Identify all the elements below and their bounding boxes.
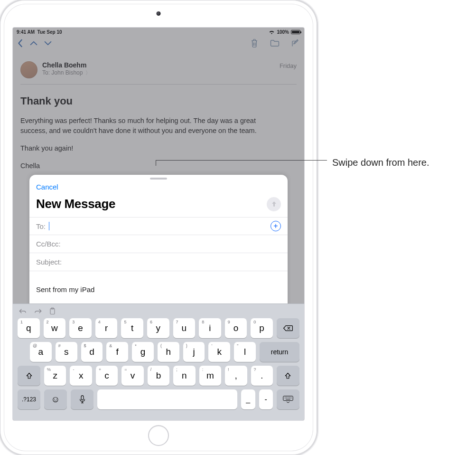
compose-title: New Message xyxy=(36,197,115,211)
key-d[interactable]: $d xyxy=(81,342,103,362)
key-y[interactable]: 6y xyxy=(147,318,169,338)
microphone-icon xyxy=(79,395,85,404)
wifi-icon xyxy=(269,29,275,34)
key-h[interactable]: (h xyxy=(158,342,179,362)
keyboard-dismiss-icon xyxy=(283,396,293,403)
compose-signature: Sent from my iPad xyxy=(36,285,281,294)
compose-body[interactable]: Sent from my iPad xyxy=(29,271,288,294)
mail-content: Chella Boehm To: John Bishop 〉 Friday Th… xyxy=(13,53,304,171)
keyboard-accessory-bar xyxy=(13,304,304,318)
key-g[interactable]: *g xyxy=(132,342,154,362)
key-a[interactable]: @a xyxy=(30,342,52,362)
cc-bcc-field[interactable]: Cc/Bcc: xyxy=(29,235,288,253)
to-label: To: xyxy=(36,222,46,230)
mail-header: Chella Boehm To: John Bishop 〉 Friday xyxy=(20,57,297,85)
mail-date: Friday xyxy=(280,61,297,69)
previous-icon[interactable] xyxy=(30,40,37,46)
mail-paragraph: Everything was perfect! Thanks so much f… xyxy=(20,116,267,136)
redo-icon[interactable] xyxy=(34,308,42,314)
compose-icon[interactable] xyxy=(291,39,299,47)
key-u[interactable]: 7u xyxy=(173,318,196,338)
key-dictation[interactable] xyxy=(71,389,93,409)
key-underscore[interactable]: _ xyxy=(241,389,255,409)
undo-icon[interactable] xyxy=(19,308,27,314)
key-symbols[interactable]: .?123 xyxy=(18,389,40,409)
key-m[interactable]: :m xyxy=(199,366,221,386)
key-k[interactable]: 'k xyxy=(208,342,230,362)
key-shift[interactable] xyxy=(277,366,299,386)
key-c[interactable]: +c xyxy=(96,366,118,386)
next-icon[interactable] xyxy=(44,40,52,46)
front-camera xyxy=(157,11,161,16)
key-v[interactable]: =v xyxy=(121,366,143,386)
shift-icon xyxy=(26,372,33,379)
key-r[interactable]: 4r xyxy=(95,318,118,338)
battery-icon xyxy=(291,30,300,34)
key-z[interactable]: %z xyxy=(44,366,66,386)
avatar[interactable] xyxy=(20,61,37,78)
to-line[interactable]: To: John Bishop 〉 xyxy=(42,69,280,76)
key-dash[interactable]: - xyxy=(259,389,273,409)
screen: 9:41 AM Tue Sep 10 100% xyxy=(12,27,305,421)
key-w[interactable]: 2w xyxy=(44,318,66,338)
cc-bcc-label: Cc/Bcc: xyxy=(36,240,61,248)
mail-body-text: Everything was perfect! Thanks so much f… xyxy=(20,116,267,171)
key-t[interactable]: 5t xyxy=(121,318,143,338)
key-dismiss-keyboard[interactable] xyxy=(277,389,299,409)
subject-label: Subject: xyxy=(36,258,62,266)
back-icon[interactable] xyxy=(18,39,23,47)
from-name[interactable]: Chella Boehm xyxy=(42,61,280,69)
arrow-up-icon xyxy=(271,200,278,208)
key-e[interactable]: 3e xyxy=(69,318,92,338)
shift-icon xyxy=(284,372,291,379)
mail-subject: Thank you xyxy=(20,95,297,107)
key-l[interactable]: "l xyxy=(234,342,256,362)
key-backspace[interactable] xyxy=(277,318,299,338)
add-contact-button[interactable]: + xyxy=(271,221,281,231)
key-q[interactable]: 1q xyxy=(18,318,40,338)
key-i[interactable]: 8i xyxy=(199,318,221,338)
emoji-icon: ☺ xyxy=(51,394,60,405)
key-exclaim[interactable]: !, xyxy=(225,366,247,386)
paste-icon[interactable] xyxy=(49,307,56,315)
mail-paragraph: Thank you again! xyxy=(20,143,267,153)
key-b[interactable]: /b xyxy=(148,366,169,386)
sheet-grabber[interactable] xyxy=(150,178,167,180)
chevron-right-icon: 〉 xyxy=(85,70,91,76)
key-s[interactable]: #s xyxy=(56,342,77,362)
key-p[interactable]: 0p xyxy=(251,318,273,338)
send-button[interactable] xyxy=(267,197,281,211)
status-right: 100% xyxy=(269,29,300,35)
svg-rect-2 xyxy=(81,396,84,400)
ipad-frame: 9:41 AM Tue Sep 10 100% xyxy=(0,0,317,455)
backspace-icon xyxy=(283,325,293,332)
compose-sheet: Cancel New Message To: + Cc/Bcc: xyxy=(29,175,288,323)
status-bar: 9:41 AM Tue Sep 10 100% xyxy=(13,28,304,36)
subject-field[interactable]: Subject: xyxy=(29,253,288,271)
key-f[interactable]: &f xyxy=(106,342,128,362)
folder-icon[interactable] xyxy=(270,39,280,47)
home-button[interactable] xyxy=(148,425,169,446)
navbar xyxy=(13,36,304,53)
keyboard: 1q2w3e4r5t6y7u8i9o0p @a#s$d&f*g(h)j'k"lr… xyxy=(13,303,304,420)
status-time: 9:41 AM Tue Sep 10 xyxy=(17,29,62,35)
key-space[interactable] xyxy=(97,389,237,409)
callout-label: Swipe down from here. xyxy=(332,157,429,168)
key-emoji[interactable]: ☺ xyxy=(44,389,67,409)
cancel-button[interactable]: Cancel xyxy=(36,183,58,191)
key-x[interactable]: -x xyxy=(70,366,92,386)
key-return[interactable]: return xyxy=(260,342,299,362)
to-field[interactable]: To: + xyxy=(29,217,288,235)
trash-icon[interactable] xyxy=(250,38,259,48)
key-n[interactable]: ;n xyxy=(173,366,195,386)
mail-signature: Chella xyxy=(20,161,267,171)
callout-line xyxy=(156,160,327,161)
key-shift[interactable] xyxy=(18,366,40,386)
key-j[interactable]: )j xyxy=(183,342,205,362)
key-o[interactable]: 9o xyxy=(225,318,247,338)
text-cursor xyxy=(49,222,49,230)
key-question[interactable]: ?. xyxy=(251,366,273,386)
battery-percent-label: 100% xyxy=(277,29,289,35)
